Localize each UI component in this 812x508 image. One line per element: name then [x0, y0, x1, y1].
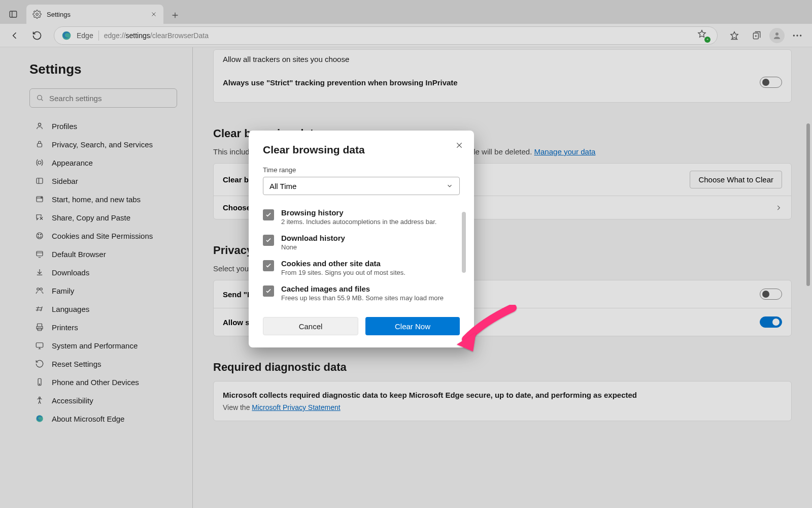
chevron-down-icon	[446, 182, 453, 189]
time-range-value: All Time	[269, 182, 296, 190]
option-subtitle: Frees up less than 55.9 MB. Some sites m…	[281, 294, 444, 302]
checkbox-icon[interactable]	[263, 235, 274, 246]
checkbox-icon[interactable]	[263, 285, 274, 297]
option-subtitle: 2 items. Includes autocompletions in the…	[281, 218, 436, 226]
checkbox-icon[interactable]	[263, 209, 274, 220]
option-subtitle: None	[281, 243, 345, 251]
time-range-label: Time range	[263, 166, 460, 174]
dialog-title: Clear browsing data	[263, 144, 460, 156]
option-title: Cached images and files	[281, 284, 444, 293]
checkbox-icon[interactable]	[263, 260, 274, 271]
option-title: Download history	[281, 234, 345, 242]
cancel-button[interactable]: Cancel	[263, 317, 358, 335]
options-scrollbar[interactable]	[462, 212, 466, 273]
clear-option-2[interactable]: Cookies and other site dataFrom 19 sites…	[263, 255, 460, 280]
time-range-select[interactable]: All Time	[263, 177, 460, 195]
clear-now-button[interactable]: Clear Now	[365, 317, 460, 335]
dialog-close-button[interactable]	[453, 139, 466, 152]
clear-browsing-data-dialog: Clear browsing data Time range All Time …	[249, 131, 474, 347]
clear-option-3[interactable]: Cached images and filesFrees up less tha…	[263, 280, 460, 306]
option-title: Browsing history	[281, 208, 436, 217]
clear-option-0[interactable]: Browsing history2 items. Includes autoco…	[263, 204, 460, 230]
option-subtitle: From 19 sites. Signs you out of most sit…	[281, 269, 405, 276]
clear-option-1[interactable]: Download historyNone	[263, 230, 460, 255]
option-title: Cookies and other site data	[281, 259, 405, 268]
